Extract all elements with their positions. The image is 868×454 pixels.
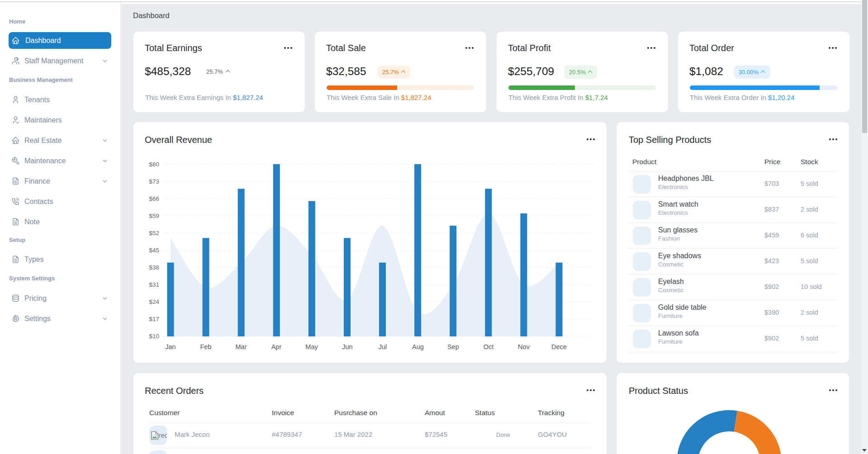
svg-text:$38: $38 bbox=[149, 264, 159, 271]
svg-text:$24: $24 bbox=[149, 298, 159, 305]
svg-text:$80: $80 bbox=[149, 161, 159, 168]
svg-text:$52: $52 bbox=[149, 230, 159, 236]
svg-text:$10: $10 bbox=[149, 333, 159, 340]
svg-text:$66: $66 bbox=[149, 195, 159, 202]
svg-text:May: May bbox=[305, 343, 318, 350]
svg-text:$17: $17 bbox=[149, 316, 159, 322]
svg-text:$59: $59 bbox=[149, 213, 159, 219]
svg-text:Nov: Nov bbox=[518, 343, 530, 350]
svg-text:$45: $45 bbox=[149, 247, 159, 254]
svg-text:Dece: Dece bbox=[551, 343, 567, 350]
svg-text:Apr: Apr bbox=[271, 343, 282, 350]
svg-text:Oct: Oct bbox=[484, 343, 494, 350]
svg-text:$73: $73 bbox=[149, 178, 159, 185]
svg-text:Aug: Aug bbox=[412, 343, 424, 350]
svg-text:Jul: Jul bbox=[379, 343, 387, 350]
svg-text:$31: $31 bbox=[149, 281, 159, 288]
svg-text:Mar: Mar bbox=[236, 343, 247, 350]
svg-text:Sep: Sep bbox=[447, 343, 459, 350]
svg-text:Jun: Jun bbox=[342, 343, 352, 350]
svg-text:Jan: Jan bbox=[165, 343, 175, 350]
svg-text:Feb: Feb bbox=[200, 343, 212, 350]
